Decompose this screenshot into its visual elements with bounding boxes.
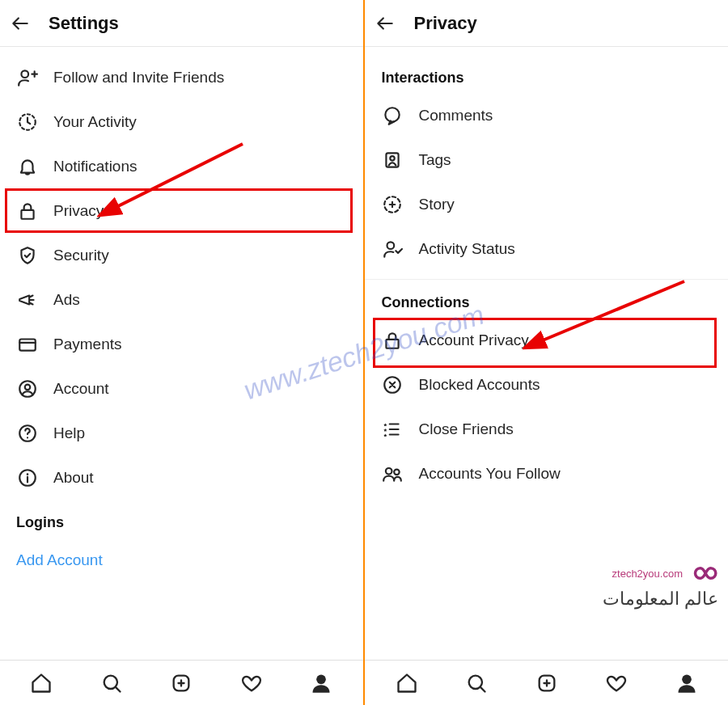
privacy-item-account-privacy[interactable]: Account Privacy xyxy=(365,318,728,362)
brand-url: ztech2you.com xyxy=(612,568,683,580)
settings-item-account[interactable]: Account xyxy=(0,366,363,411)
brand-watermark: ztech2you.com عالم المعلومات xyxy=(603,558,718,610)
tag-person-icon xyxy=(381,149,404,171)
settings-item-notifications[interactable]: Notifications xyxy=(0,144,363,188)
back-button[interactable] xyxy=(8,11,32,36)
nav-profile[interactable] xyxy=(305,667,337,699)
megaphone-icon xyxy=(16,289,39,311)
settings-item-follow-invite[interactable]: Follow and Invite Friends xyxy=(0,55,363,99)
comment-icon xyxy=(381,104,404,127)
settings-content: Follow and Invite Friends Your Activity … xyxy=(0,47,363,660)
info-icon xyxy=(16,466,39,489)
privacy-item-story[interactable]: Story xyxy=(365,182,728,226)
help-icon xyxy=(16,422,39,445)
add-account-link[interactable]: Add Account xyxy=(0,538,363,582)
bell-icon xyxy=(16,155,39,178)
item-label: About xyxy=(53,469,94,487)
brand-arabic: عالم المعلومات xyxy=(603,589,718,610)
logins-section-label: Logins xyxy=(0,500,363,538)
item-label: Blocked Accounts xyxy=(418,376,540,394)
card-icon xyxy=(16,333,39,356)
item-label: Ads xyxy=(53,291,80,309)
privacy-item-comments[interactable]: Comments xyxy=(365,93,728,137)
settings-item-activity[interactable]: Your Activity xyxy=(0,99,363,144)
settings-item-about[interactable]: About xyxy=(0,455,363,500)
user-check-icon xyxy=(381,238,404,260)
star-list-icon xyxy=(381,418,404,441)
item-label: Activity Status xyxy=(418,240,514,258)
privacy-content: Interactions Comments Tags Story Activit… xyxy=(365,47,728,660)
settings-item-payments[interactable]: Payments xyxy=(0,322,363,366)
shield-check-icon xyxy=(16,244,39,267)
nav-search[interactable] xyxy=(460,667,493,699)
settings-screen: Settings Follow and Invite Friends Your … xyxy=(0,0,363,705)
back-button[interactable] xyxy=(373,11,397,36)
x-circle-icon xyxy=(381,374,404,396)
user-circle-icon xyxy=(16,378,39,400)
item-label: Security xyxy=(53,247,109,264)
item-label: Accounts You Follow xyxy=(418,465,560,483)
privacy-item-close-friends[interactable]: Close Friends xyxy=(365,407,728,451)
privacy-item-accounts-follow[interactable]: Accounts You Follow xyxy=(365,451,728,496)
nav-likes[interactable] xyxy=(600,667,633,699)
item-label: Comments xyxy=(418,107,493,125)
nav-likes[interactable] xyxy=(235,667,268,699)
item-label: Tags xyxy=(418,151,451,169)
nav-home[interactable] xyxy=(391,667,423,699)
item-label: Payments xyxy=(53,336,121,353)
settings-item-ads[interactable]: Ads xyxy=(0,277,363,322)
nav-home[interactable] xyxy=(25,667,57,699)
person-plus-icon xyxy=(16,66,39,89)
privacy-item-activity-status[interactable]: Activity Status xyxy=(365,226,728,271)
story-plus-icon xyxy=(381,193,404,216)
item-label: Account xyxy=(53,380,109,398)
item-label: Story xyxy=(418,196,454,213)
item-label: Privacy xyxy=(53,202,104,220)
item-label: Notifications xyxy=(53,158,138,175)
settings-item-privacy[interactable]: Privacy xyxy=(0,188,363,233)
connections-section-label: Connections xyxy=(365,280,728,318)
page-title: Settings xyxy=(49,13,119,34)
lock-icon xyxy=(16,200,39,222)
item-label: Close Friends xyxy=(418,420,513,438)
nav-add[interactable] xyxy=(531,667,563,699)
privacy-item-blocked[interactable]: Blocked Accounts xyxy=(365,362,728,407)
item-label: Your Activity xyxy=(53,113,137,131)
infinity-icon xyxy=(688,558,718,589)
settings-item-help[interactable]: Help xyxy=(0,411,363,455)
nav-search[interactable] xyxy=(95,667,128,699)
bottom-nav xyxy=(0,660,363,705)
item-label: Help xyxy=(53,424,85,442)
item-label: Account Privacy xyxy=(418,331,528,349)
nav-profile[interactable] xyxy=(671,667,703,699)
settings-item-security[interactable]: Security xyxy=(0,233,363,277)
nav-add[interactable] xyxy=(165,667,197,699)
privacy-item-tags[interactable]: Tags xyxy=(365,137,728,182)
bottom-nav xyxy=(365,660,728,705)
page-title: Privacy xyxy=(413,13,476,34)
privacy-screen: Privacy Interactions Comments Tags Story… xyxy=(365,0,728,705)
clock-dashed-icon xyxy=(16,111,39,133)
add-account-label: Add Account xyxy=(16,551,103,569)
people-icon xyxy=(381,462,404,485)
interactions-section-label: Interactions xyxy=(365,55,728,93)
header: Privacy xyxy=(365,0,728,47)
lock-icon xyxy=(381,329,404,352)
header: Settings xyxy=(0,0,363,47)
item-label: Follow and Invite Friends xyxy=(53,69,224,87)
